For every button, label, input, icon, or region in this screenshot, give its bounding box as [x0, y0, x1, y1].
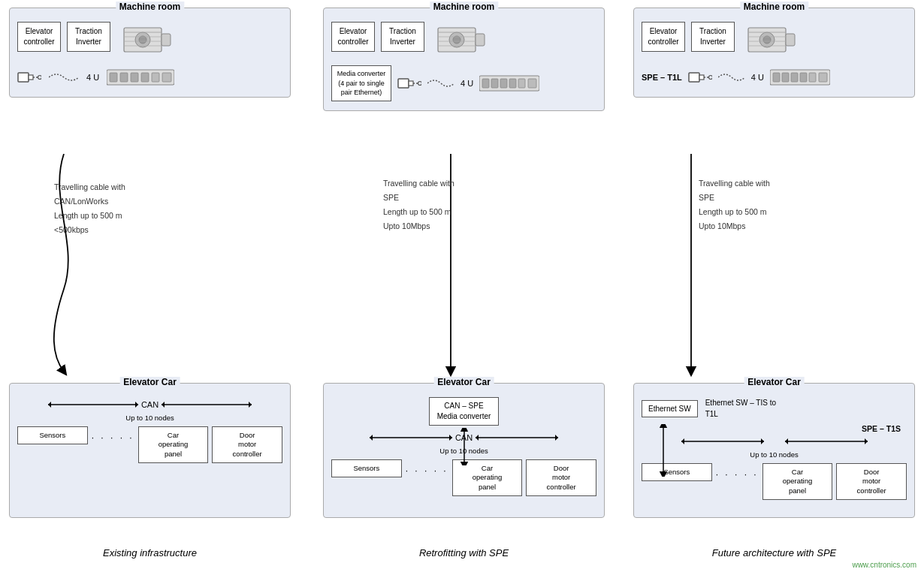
motor-icon-2 — [436, 22, 489, 59]
footer-future: Future architecture with SPE — [633, 547, 915, 558]
dots-3: · · · · · — [716, 463, 759, 480]
svg-rect-61 — [699, 75, 704, 80]
ethernet-sw-box-3: Ethernet SW — [642, 400, 698, 417]
spe-t1s-label-3: SPE – T1S — [862, 424, 901, 433]
cable-text-2: Travelling cable withSPELength up to 500… — [383, 176, 454, 233]
machine-room-1: Machine room Elevatorcontroller Traction… — [9, 8, 291, 98]
svg-marker-49 — [476, 435, 479, 441]
machine-room-3: Machine room Elevatorcontroller Traction… — [633, 8, 915, 98]
svg-marker-47 — [449, 435, 452, 441]
nodes-label-1: Up to 10 nodes — [17, 414, 282, 422]
door-motor-3: Doormotorcontroller — [836, 463, 907, 500]
car-operating-panel-1: Caroperatingpanel — [138, 426, 209, 463]
watermark: www.cntronics.com — [852, 561, 916, 569]
svg-rect-69 — [809, 73, 816, 82]
svg-rect-38 — [482, 79, 489, 88]
svg-rect-34 — [409, 81, 413, 86]
dots-1: · · · · · — [92, 426, 134, 443]
door-motor-1: Doormotorcontroller — [212, 426, 282, 463]
car-operating-panel-3: Caroperatingpanel — [762, 463, 833, 500]
elevator-controller-box-3: Elevatorcontroller — [642, 22, 685, 52]
svg-marker-50 — [555, 435, 558, 441]
svg-rect-70 — [819, 73, 827, 82]
svg-point-11 — [38, 76, 42, 80]
svg-point-36 — [418, 81, 422, 85]
sensors-box-3: Sensors — [642, 463, 712, 481]
footer-retrofitting: Retrofitting with SPE — [323, 547, 605, 558]
elevator-car-label-1: Elevator Car — [119, 377, 180, 387]
svg-marker-77 — [865, 438, 868, 444]
elevator-car-3: Elevator Car Ethernet SW Ethernet SW – T… — [633, 383, 915, 518]
connector-icon-1 — [17, 67, 41, 88]
four-u-label-3: 4 U — [751, 73, 764, 82]
svg-rect-43 — [528, 79, 536, 88]
can-spe-box-2: CAN – SPEMedia converter — [429, 397, 500, 426]
ethernet-sw-arrow-3 — [656, 424, 671, 477]
svg-point-63 — [708, 76, 712, 80]
cable-text-3: Travelling cable withSPELength up to 500… — [699, 176, 770, 233]
traction-inverter-box-2: TractionInverter — [381, 22, 424, 52]
svg-marker-23 — [162, 402, 165, 408]
dots-2: · · · · · — [406, 459, 448, 476]
svg-rect-15 — [131, 73, 138, 82]
door-motor-2: Doormotorcontroller — [526, 459, 596, 496]
can-label-1: CAN — [141, 400, 159, 409]
svg-rect-39 — [491, 79, 498, 88]
elevator-controller-box-1: Elevatorcontroller — [17, 22, 61, 52]
wavy-connector-3 — [718, 67, 745, 88]
divider-2 — [621, 8, 621, 540]
svg-rect-16 — [141, 73, 149, 82]
svg-point-55 — [763, 36, 771, 44]
svg-rect-1 — [162, 34, 171, 46]
svg-point-28 — [453, 36, 460, 44]
svg-rect-41 — [509, 79, 516, 88]
svg-rect-33 — [398, 79, 409, 88]
svg-marker-73 — [681, 438, 684, 444]
svg-rect-53 — [786, 34, 795, 46]
media-converter-box-2: Media converter(4 pair to singlepair Eth… — [331, 65, 391, 101]
elevator-car-1: Elevator Car CAN Up to 10 nodes Sensors … — [9, 383, 291, 518]
machine-room-label-2: Machine room — [430, 2, 498, 12]
panel-box-3 — [770, 67, 830, 88]
nodes-label-3: Up to 10 nodes — [642, 450, 907, 459]
machine-room-2: Machine room Elevatorcontroller Traction… — [323, 8, 605, 111]
connector-icon-2 — [397, 73, 421, 94]
motor-icon-1 — [122, 22, 175, 59]
svg-marker-74 — [761, 438, 764, 444]
four-u-label-2: 4 U — [460, 79, 473, 88]
svg-rect-26 — [476, 34, 485, 46]
svg-rect-40 — [500, 79, 507, 88]
spe-t1l-label-3: SPE – T1L — [642, 73, 682, 82]
can-spe-arrow-2 — [457, 428, 472, 465]
sensors-box-2: Sensors — [331, 459, 402, 477]
sensors-box-1: Sensors — [17, 426, 88, 444]
svg-marker-24 — [249, 402, 252, 408]
svg-marker-76 — [785, 438, 788, 444]
footer-existing: Existing infrastructure — [9, 547, 291, 558]
svg-rect-8 — [18, 73, 29, 82]
svg-rect-14 — [120, 73, 128, 82]
svg-rect-13 — [110, 73, 117, 82]
svg-rect-65 — [773, 73, 780, 82]
travelling-cable-arrow-1 — [41, 154, 86, 379]
svg-rect-42 — [518, 79, 525, 88]
svg-rect-9 — [29, 75, 33, 80]
svg-rect-60 — [689, 73, 699, 82]
traction-inverter-box-1: TractionInverter — [67, 22, 110, 52]
svg-marker-46 — [370, 435, 373, 441]
panel-box-2 — [479, 73, 539, 94]
svg-rect-18 — [162, 73, 171, 82]
svg-rect-66 — [782, 73, 789, 82]
divider-1 — [311, 8, 312, 540]
motor-icon-3 — [747, 22, 799, 59]
elevator-car-label-2: Elevator Car — [433, 377, 494, 387]
connector-icon-3 — [688, 67, 712, 88]
ethernet-sw-desc-3: Ethernet SW – TIS toT1L — [705, 397, 776, 420]
panel-box-1 — [107, 67, 174, 88]
wavy-connector-2 — [427, 73, 454, 94]
elevator-controller-box-2: Elevatorcontroller — [331, 22, 375, 52]
svg-rect-68 — [800, 73, 807, 82]
svg-rect-67 — [791, 73, 798, 82]
traction-inverter-box-3: TractionInverter — [691, 22, 735, 52]
elevator-car-label-3: Elevator Car — [744, 377, 805, 387]
